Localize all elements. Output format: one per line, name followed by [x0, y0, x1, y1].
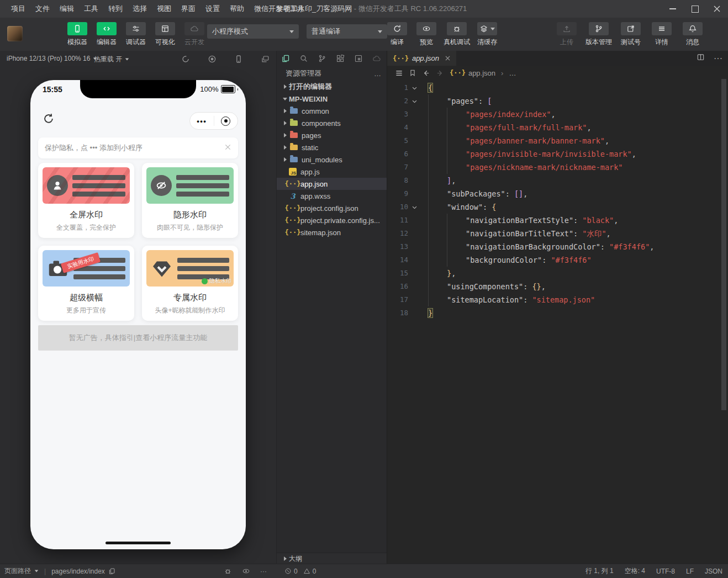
tree-item-components[interactable]: components — [277, 117, 387, 129]
menu-item-9[interactable]: 帮助 — [225, 2, 249, 16]
close-button[interactable] — [706, 0, 728, 18]
source-control-icon[interactable] — [317, 54, 327, 63]
outline-section[interactable]: 大纲 — [277, 553, 387, 564]
menu-item-6[interactable]: 视图 — [152, 2, 176, 16]
menu-item-4[interactable]: 转到 — [104, 2, 127, 16]
file-name: sitemap.json — [300, 229, 341, 237]
tree-item-app-json[interactable]: {··}app.json — [277, 178, 387, 190]
tree-item-pages[interactable]: pages — [277, 129, 387, 141]
watermark-card-2[interactable]: 实验用水印超级横幅更多用于宣传 — [38, 246, 134, 321]
watermark-card-1[interactable]: 隐形水印肉眼不可见，隐形保护 — [142, 163, 238, 238]
panel-1-code-button[interactable]: 编辑器 — [94, 22, 119, 47]
more-actions-icon[interactable]: … — [374, 70, 382, 78]
breadcrumb-file[interactable]: {··} app.json — [450, 69, 495, 77]
tab-app-json[interactable]: {··} app.json — [387, 51, 456, 66]
cursor-position[interactable]: 行 1, 列 1 — [585, 566, 614, 576]
rotate-phone-icon[interactable] — [232, 52, 245, 66]
right-4-bell-button[interactable]: 消息 — [680, 22, 705, 47]
preview-panel-icon[interactable] — [354, 54, 363, 63]
menu-item-8[interactable]: 设置 — [201, 2, 224, 16]
compile-3-layers-button[interactable]: 清缓存 — [475, 22, 499, 47]
compile-0-refresh-button[interactable]: 编译 — [385, 22, 409, 47]
compile-2-bug-button[interactable]: 真机调试 — [444, 22, 470, 47]
copy-path-icon[interactable] — [108, 568, 115, 575]
tree-item-project-private-config-js-[interactable]: {··}project.private.config.js... — [277, 214, 387, 226]
language-mode[interactable]: JSON — [705, 568, 722, 575]
panel-3-layout-button[interactable]: 可视化 — [153, 22, 177, 47]
tree-item-static[interactable]: static — [277, 141, 387, 153]
encoding[interactable]: UTF-8 — [656, 568, 675, 575]
record-icon[interactable] — [205, 52, 219, 66]
cloud-icon[interactable] — [372, 54, 382, 63]
close-icon[interactable] — [224, 143, 231, 153]
code-text: } — [420, 306, 432, 320]
folder-expand-arrow[interactable] — [281, 121, 289, 125]
right-2-external-button[interactable]: 测试号 — [619, 22, 643, 47]
device-selector[interactable]: iPhone 12/13 (Pro) 100% 16 — [7, 55, 97, 62]
extensions-icon[interactable] — [335, 54, 345, 63]
tree-item-project-config-json[interactable]: {··}project.config.json — [277, 202, 387, 214]
indent-setting[interactable]: 空格: 4 — [625, 566, 645, 576]
fold-chevron-icon[interactable] — [408, 200, 420, 214]
fold-chevron-icon[interactable] — [408, 81, 420, 94]
eol-setting[interactable]: LF — [686, 568, 694, 575]
tree-item-app-wxss[interactable]: 3app.wxss — [277, 190, 387, 202]
right-1-branch-button[interactable]: 版本管理 — [585, 22, 612, 47]
panel-2-sliders-button[interactable]: 调试器 — [124, 22, 148, 47]
refresh-icon[interactable] — [43, 113, 55, 127]
maximize-button[interactable] — [684, 0, 706, 18]
menu-item-7[interactable]: 界面 — [177, 2, 200, 16]
compile-mode-select[interactable]: 普通编译 — [307, 24, 387, 39]
hot-reload-toggle[interactable]: 热重载 开 — [94, 55, 129, 64]
folder-expand-arrow[interactable] — [281, 145, 289, 150]
more-menu-button[interactable]: ••• — [190, 117, 214, 125]
menu-item-3[interactable]: 工具 — [80, 2, 103, 16]
page-path-dropdown[interactable]: 页面路径 — [4, 566, 31, 576]
folder-expand-arrow[interactable] — [281, 157, 289, 162]
project-root-section[interactable]: MP-WEIXIN — [277, 93, 387, 105]
menu-item-10[interactable]: 微信开发者工具 — [250, 2, 309, 16]
tree-item-sitemap-json[interactable]: {··}sitemap.json — [277, 226, 387, 238]
navigate-forward-icon[interactable] — [436, 69, 444, 77]
editor-scrollbar[interactable] — [721, 79, 726, 410]
search-icon[interactable] — [299, 54, 309, 63]
panel-4-cloud-button[interactable]: 云开发 — [182, 22, 207, 47]
right-0-upload-button[interactable]: 上传 — [555, 22, 579, 47]
right-3-list-button[interactable]: 详情 — [650, 22, 674, 47]
wxss-file-icon: 3 — [288, 192, 298, 200]
split-editor-icon[interactable] — [697, 53, 705, 63]
tree-item-app-js[interactable]: JSapp.js — [277, 166, 387, 178]
files-icon[interactable] — [281, 54, 291, 63]
watermark-card-0[interactable]: 全屏水印全文覆盖，完全保护 — [38, 163, 134, 238]
more-dots-icon[interactable]: ··· — [260, 568, 267, 575]
code-editor[interactable]: 1{2"pages": [3"pages/index/index",4"page… — [387, 81, 719, 564]
more-actions-icon[interactable]: ··· — [714, 54, 722, 63]
menu-item-1[interactable]: 文件 — [31, 2, 54, 16]
navigate-back-icon[interactable] — [422, 69, 430, 77]
mode-select[interactable]: 小程序模式 — [207, 24, 299, 39]
open-editors-section[interactable]: 打开的编辑器 — [277, 81, 387, 93]
close-miniprogram-button[interactable] — [214, 116, 238, 126]
minimize-button[interactable] — [662, 0, 684, 18]
menu-item-0[interactable]: 项目 — [7, 2, 30, 16]
compile-1-eye-button[interactable]: 预览 — [414, 22, 439, 47]
outline-list-icon[interactable] — [395, 69, 403, 77]
loading-icon[interactable] — [179, 52, 192, 66]
bookmark-icon[interactable] — [409, 69, 416, 77]
panel-0-phone-button[interactable]: 模拟器 — [65, 22, 89, 47]
folder-expand-arrow[interactable] — [281, 133, 289, 137]
problems-section[interactable]: 0 0 — [284, 564, 316, 578]
tree-item-uni-modules[interactable]: uni_modules — [277, 153, 387, 166]
menu-item-5[interactable]: 选择 — [128, 2, 151, 16]
tree-item-common[interactable]: common — [277, 105, 387, 117]
folder-expand-arrow[interactable] — [281, 109, 289, 113]
preview-eye-icon[interactable] — [242, 567, 250, 575]
detach-window-icon[interactable] — [259, 52, 272, 66]
file-name: project.private.config.js... — [300, 216, 380, 225]
avatar[interactable] — [7, 26, 23, 41]
close-tab-icon[interactable] — [445, 54, 451, 63]
menu-item-2[interactable]: 编辑 — [55, 2, 78, 16]
fold-chevron-icon[interactable] — [408, 94, 420, 108]
vconsole-icon[interactable] — [224, 567, 232, 575]
watermark-card-3[interactable]: 隐私水印专属水印头像+昵称就能制作水印 — [142, 246, 238, 321]
